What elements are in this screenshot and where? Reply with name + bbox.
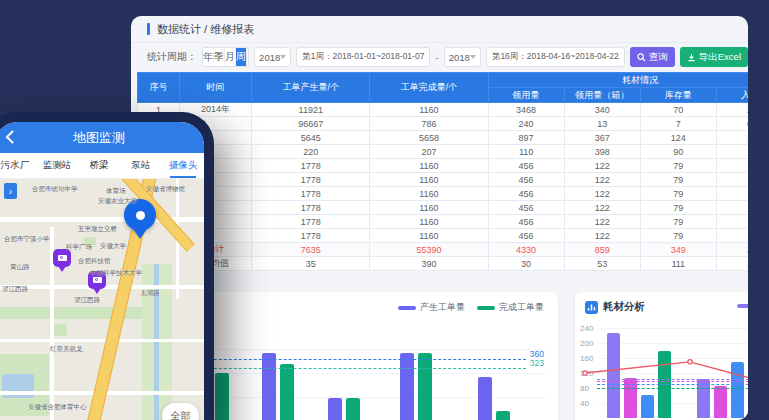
table-cell: 349 [640, 243, 716, 257]
table-cell: 390 [370, 257, 488, 271]
query-button[interactable]: 查询 [630, 47, 675, 67]
table-cell: 897 [488, 131, 564, 145]
table-cell: 30 [488, 257, 564, 271]
bar-产生工单量 [328, 398, 342, 420]
group-header: 耗材情况 [488, 73, 748, 88]
table-row: 356455658897367124125 [138, 131, 749, 145]
phone-screen: 地图监测 污水厂监测站桥梁泵站摄像头 › [0, 122, 204, 420]
table-cell: 79 [640, 215, 716, 229]
table-cell: 1160 [370, 201, 488, 215]
reference-line [159, 359, 526, 360]
breadcrumb-accent [147, 23, 150, 35]
table-cell: 1160 [370, 187, 488, 201]
total-row: 合计7635553904330859349330 [138, 243, 749, 257]
period-option[interactable]: 年 [203, 48, 213, 66]
bar-产生工单量 [262, 353, 276, 420]
tab-监测站[interactable]: 监测站 [36, 153, 78, 178]
end-year-select[interactable]: 2018 [444, 47, 481, 67]
report-table: 序号时间工单产生量/个工单完成量/个耗材情况领用量领用量（箱）库存量入库量120… [137, 72, 748, 271]
start-year-select[interactable]: 2018 [254, 47, 291, 67]
table-row: 12014年119211160346834070250 [138, 103, 749, 117]
average-dashed-line [597, 381, 748, 382]
sub-column-header: 入库量 [716, 88, 748, 103]
bar-完成工单量 [418, 353, 432, 420]
bar-完成工单量 [496, 411, 510, 420]
table-cell: 79 [640, 187, 716, 201]
column-header: 工单产生量/个 [252, 73, 370, 103]
column-header: 序号 [138, 73, 180, 103]
table-cell: 456 [488, 215, 564, 229]
table-cell: 96667 [252, 117, 370, 131]
table-cell: 19 [716, 145, 748, 159]
map-label: 科学广场 [66, 243, 92, 252]
tab-泵站[interactable]: 泵站 [120, 153, 162, 178]
table-cell: 1778 [252, 229, 370, 243]
start-week-value: 第1周：2018-01-01~2018-01-07 [302, 51, 424, 63]
table-cell: 398 [564, 145, 640, 159]
map-expand-button[interactable]: › [4, 183, 17, 199]
table-cell: 220 [252, 145, 370, 159]
period-option[interactable]: 周 [235, 48, 246, 66]
tab-摄像头[interactable]: 摄像头 [162, 153, 204, 178]
bar-series-3 [641, 395, 654, 418]
export-excel-button[interactable]: 导出Excel [680, 47, 748, 67]
table-cell: 67 [716, 159, 748, 173]
table-row: 8177811604561227967 [138, 201, 749, 215]
table-cell: 124 [640, 131, 716, 145]
dashboard-panel: 数据统计 / 维修报表 统计周期： 年季月周日 2018 第1周：2018-01… [131, 16, 748, 420]
report-table-wrap: 序号时间工单产生量/个工单完成量/个耗材情况领用量领用量（箱）库存量入库量120… [137, 72, 748, 282]
table-cell: 53 [564, 257, 640, 271]
road [0, 339, 204, 342]
bar-产生工单量 [478, 377, 492, 420]
tab-桥梁[interactable]: 桥梁 [78, 153, 120, 178]
table-cell: 1160 [370, 173, 488, 187]
end-year-value: 2018 [449, 52, 470, 63]
table-cell: 456 [488, 229, 564, 243]
y-axis-tick: 80 [580, 384, 589, 393]
start-year-value: 2018 [259, 52, 280, 63]
table-cell: 110 [488, 145, 564, 159]
period-option[interactable]: 季 [213, 48, 224, 66]
table-cell: 7635 [252, 243, 370, 257]
average-dashed-line [597, 384, 748, 385]
table-cell: 4330 [488, 243, 564, 257]
map-label: 望江西路 [2, 285, 28, 294]
table-cell: 1778 [252, 215, 370, 229]
table-cell: 79 [640, 159, 716, 173]
bar-完成工单量 [346, 398, 360, 420]
all-filter-button[interactable]: 全部 [162, 403, 199, 420]
bar-完成工单量 [215, 373, 229, 420]
table-cell: 70 [640, 103, 716, 117]
bar-series-2 [714, 386, 727, 418]
y-axis-tick: 160 [580, 354, 593, 363]
table-cell: 456 [488, 173, 564, 187]
table-row: 10177811604561227967 [138, 229, 749, 243]
table-cell: 5658 [370, 131, 488, 145]
period-option[interactable]: 月 [224, 48, 235, 66]
tab-污水厂[interactable]: 污水厂 [0, 153, 36, 178]
map-label: 中国科学技术大学 [90, 269, 142, 278]
table-cell: 67 [716, 173, 748, 187]
table-cell: 79 [640, 229, 716, 243]
map-label: 太湖路 [140, 289, 160, 298]
period-option[interactable]: 日 [246, 48, 249, 66]
y-axis-tick: 120 [580, 369, 593, 378]
range-separator: - [435, 52, 438, 63]
end-week-input[interactable]: 第16周：2018-04-16~2018-04-22 [486, 47, 625, 67]
map-label: 五里墩立交桥 [78, 225, 117, 234]
search-icon [637, 53, 646, 62]
sub-column-header: 库存量 [640, 88, 716, 103]
table-cell: 79 [640, 173, 716, 187]
map-view[interactable]: › 全部 合肥市琥珀中学体育场安徽农业大学安徽省博物馆五里墩立交桥合肥市宁溪小学… [0, 179, 204, 420]
download-icon [687, 53, 696, 62]
back-icon[interactable] [5, 130, 14, 144]
map-label: 合肥市琥珀中学 [32, 185, 78, 194]
table-cell: 13 [564, 117, 640, 131]
table-cell: 1778 [252, 159, 370, 173]
table-cell: 67 [716, 229, 748, 243]
start-week-input[interactable]: 第1周：2018-01-01~2018-01-07 [296, 47, 430, 67]
map-label: 体育场 [106, 187, 126, 196]
y-axis-tick: 200 [580, 339, 593, 348]
table-cell: 11921 [252, 103, 370, 117]
y-axis-tick: 240 [580, 324, 593, 333]
